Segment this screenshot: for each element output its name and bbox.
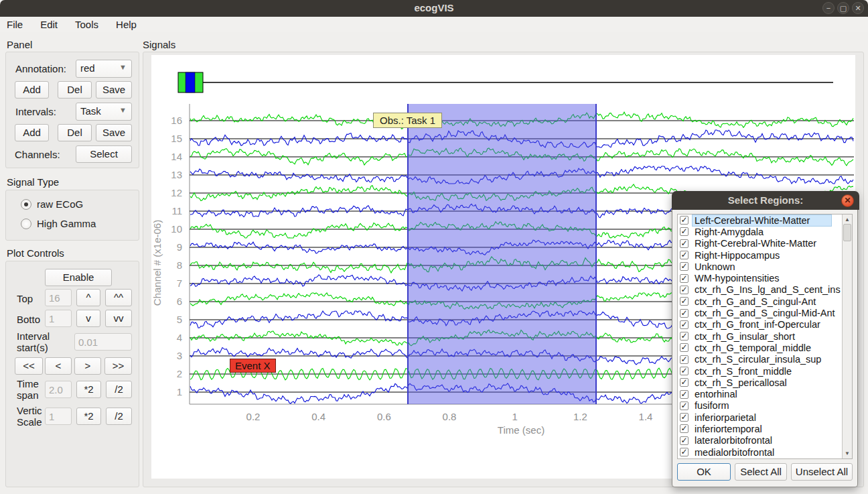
region-item-row[interactable]: ✓Right-Amygdala <box>678 226 852 237</box>
nav-fast-forward-button[interactable]: >> <box>104 357 132 375</box>
region-checkbox[interactable]: ✓ <box>680 424 689 433</box>
radio-high-gamma[interactable]: High Gamma <box>21 218 96 229</box>
x-tick-label: 0.4 <box>311 411 326 422</box>
region-checkbox[interactable]: ✓ <box>680 378 689 387</box>
close-icon[interactable]: ✕ <box>852 2 864 14</box>
time-span-x2-button[interactable]: *2 <box>76 381 101 398</box>
region-item-row[interactable]: ✓ctx_rh_S_circular_insula_sup <box>678 354 852 365</box>
region-checkbox[interactable]: ✓ <box>680 367 689 375</box>
region-checkbox[interactable]: ✓ <box>680 355 689 364</box>
region-checkbox[interactable]: ✓ <box>680 309 689 318</box>
region-item-row[interactable]: ✓Unknown <box>678 261 852 272</box>
region-item-row[interactable]: ✓lateralorbitofrontal <box>678 435 852 446</box>
enable-button[interactable]: Enable <box>45 269 112 286</box>
radio-label: High Gamma <box>37 218 96 229</box>
region-item-row[interactable]: ✓Right-Cerebral-White-Matter <box>678 238 852 249</box>
unselect-all-button[interactable]: Unselect All <box>791 463 853 481</box>
time-span-div2-button[interactable]: /2 <box>106 381 132 398</box>
menu-item-edit[interactable]: Edit <box>40 19 58 30</box>
region-item-row[interactable]: ✓inferiortemporal <box>678 423 852 434</box>
region-checkbox[interactable]: ✓ <box>680 402 689 410</box>
region-item-row[interactable]: ✓ctx_rh_G_and_S_cingul-Mid-Ant <box>678 307 852 318</box>
region-label: WM-hypointensities <box>693 273 782 284</box>
region-item-row[interactable]: ✓fusiform <box>678 400 852 412</box>
top-up-button[interactable]: ^ <box>76 289 100 306</box>
menu-item-file[interactable]: File <box>7 19 23 30</box>
region-checkbox[interactable]: ✓ <box>680 251 689 259</box>
bottom-down-button[interactable]: v <box>76 310 100 327</box>
region-checkbox[interactable]: ✓ <box>680 297 689 306</box>
region-checkbox[interactable]: ✓ <box>680 239 689 248</box>
region-checkbox[interactable]: ✓ <box>680 436 689 445</box>
nav-fast-back-button[interactable]: << <box>15 357 43 375</box>
region-item-row[interactable]: ✓medialorbitofrontal <box>678 446 852 458</box>
region-label: Right-Hippocampus <box>693 250 782 261</box>
scrollbar-thumb[interactable] <box>843 224 851 241</box>
region-checkbox[interactable]: ✓ <box>680 332 689 341</box>
region-item-row[interactable]: ✓ctx_rh_G_front_inf-Opercular <box>678 319 852 330</box>
vertical-scale-x2-button[interactable]: *2 <box>76 408 101 425</box>
channels-label: Channels: <box>15 149 60 160</box>
annotation-del-button[interactable]: Del <box>58 81 92 99</box>
scroll-down-icon[interactable]: ▼ <box>843 450 852 456</box>
region-checkbox[interactable]: ✓ <box>680 448 689 456</box>
annotation-save-button[interactable]: Save <box>96 81 132 99</box>
region-checkbox[interactable]: ✓ <box>680 286 689 294</box>
region-item-row[interactable]: ✓Left-Cerebral-White-Matter <box>678 214 852 226</box>
top-up-fast-button[interactable]: ^^ <box>105 289 132 306</box>
region-label: ctx_rh_G_front_inf-Opercular <box>693 319 822 330</box>
region-label: ctx_rh_S_front_middle <box>693 366 794 377</box>
overview-current-window[interactable] <box>186 72 195 92</box>
menu-item-help[interactable]: Help <box>116 19 137 30</box>
nav-forward-button[interactable]: > <box>74 357 101 375</box>
event-annotation-label[interactable]: Event X <box>230 359 276 373</box>
menu-item-tools[interactable]: Tools <box>75 19 98 30</box>
top-label: Top <box>17 293 33 304</box>
region-checkbox[interactable]: ✓ <box>680 216 689 225</box>
bottom-input[interactable] <box>45 310 72 327</box>
region-item-row[interactable]: ✓ctx_rh_G_Ins_lg_and_S_cent_ins <box>678 284 852 296</box>
intervals-add-button[interactable]: Add <box>15 124 49 141</box>
region-checkbox[interactable]: ✓ <box>680 274 689 283</box>
task-interval-region[interactable] <box>408 104 596 404</box>
list-scrollbar[interactable]: ▲ ▼ <box>842 214 852 458</box>
intervals-del-button[interactable]: Del <box>58 124 92 141</box>
vertical-scale-div2-button[interactable]: /2 <box>106 408 132 425</box>
region-item-row[interactable]: ✓Right-Hippocampus <box>678 249 852 261</box>
region-checkbox[interactable]: ✓ <box>680 413 689 422</box>
region-checkbox[interactable]: ✓ <box>680 320 689 329</box>
select-all-button[interactable]: Select All <box>735 463 787 481</box>
channels-select-button[interactable]: Select <box>76 145 132 163</box>
annotation-add-button[interactable]: Add <box>15 81 49 99</box>
vertical-scale-input[interactable] <box>45 408 72 425</box>
regions-list[interactable]: ✓Left-Cerebral-White-Matter✓Right-Amygda… <box>677 214 853 459</box>
radio-raw-ecog[interactable]: raw ECoG <box>21 198 83 210</box>
interval-start-input[interactable] <box>74 333 132 351</box>
maximize-icon[interactable]: ▢ <box>837 2 849 14</box>
region-item-row[interactable]: ✓ctx_rh_G_insular_short <box>678 330 852 342</box>
select-regions-dialog: Select Regions: ✕ ✓Left-Cerebral-White-M… <box>672 191 858 487</box>
signal-type-group-label: Signal Type <box>7 176 59 188</box>
region-item-row[interactable]: ✓WM-hypointensities <box>678 272 852 284</box>
intervals-save-button[interactable]: Save <box>96 124 132 141</box>
bottom-down-fast-button[interactable]: vv <box>105 310 132 327</box>
region-checkbox[interactable]: ✓ <box>680 262 689 271</box>
region-item-row[interactable]: ✓ctx_rh_S_front_middle <box>678 365 852 377</box>
intervals-combobox[interactable]: Task ▼ <box>76 103 132 121</box>
ok-button[interactable]: OK <box>677 463 731 481</box>
region-item-row[interactable]: ✓ctx_rh_G_temporal_middle <box>678 342 852 353</box>
scroll-up-icon[interactable]: ▲ <box>843 217 852 223</box>
region-item-row[interactable]: ✓inferiorparietal <box>678 412 852 423</box>
dialog-close-icon[interactable]: ✕ <box>841 194 854 207</box>
region-item-row[interactable]: ✓ctx_rh_G_and_S_cingul-Ant <box>678 296 852 307</box>
top-input[interactable] <box>45 289 72 306</box>
region-checkbox[interactable]: ✓ <box>680 227 689 236</box>
region-checkbox[interactable]: ✓ <box>680 390 689 399</box>
region-checkbox[interactable]: ✓ <box>680 343 689 352</box>
region-item-row[interactable]: ✓entorhinal <box>678 388 852 399</box>
time-span-input[interactable] <box>45 381 72 398</box>
region-item-row[interactable]: ✓ctx_rh_S_pericallosal <box>678 377 852 388</box>
annotation-combobox[interactable]: red ▼ <box>76 60 132 78</box>
minimize-icon[interactable]: − <box>822 2 835 14</box>
nav-back-button[interactable]: < <box>45 357 72 375</box>
